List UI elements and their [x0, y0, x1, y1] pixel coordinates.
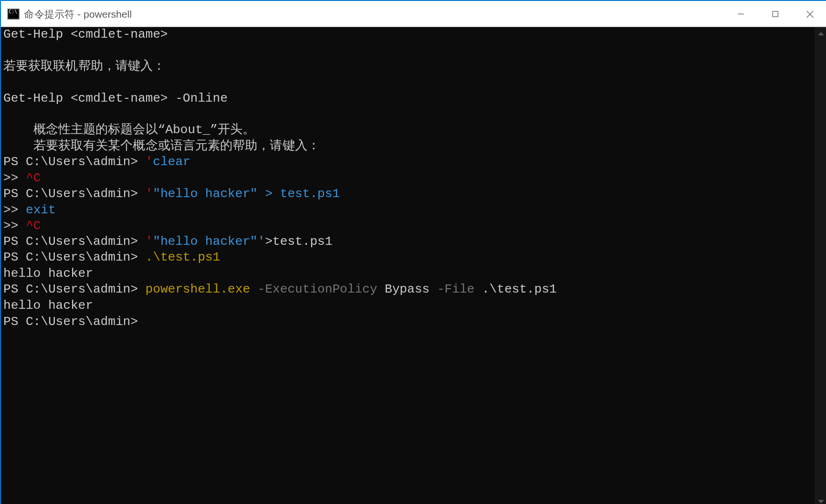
- terminal-segment: powershell.exe: [146, 283, 250, 296]
- terminal-line: [3, 75, 812, 91]
- titlebar[interactable]: 命令提示符 - powershell: [1, 1, 826, 27]
- terminal-line: PS C:\Users\admin>: [3, 314, 812, 330]
- terminal-line: 若要获取联机帮助，请键入：: [3, 59, 812, 74]
- cmd-icon: [8, 9, 20, 19]
- window-controls: [724, 1, 826, 27]
- terminal-segment: -ExecutionPolicy: [258, 283, 378, 296]
- close-icon: [806, 10, 814, 18]
- terminal-line: hello hacker: [3, 266, 812, 282]
- terminal-segment: ': [146, 187, 153, 201]
- terminal-line: >> exit: [3, 202, 812, 218]
- terminal-line: Get-Help <cmdlet-name>: [3, 27, 812, 43]
- terminal-segment: >>: [3, 219, 26, 233]
- scrollbar[interactable]: [815, 27, 826, 504]
- chevron-up-icon: [818, 32, 824, 35]
- terminal-line: PS C:\Users\admin> '"hello hacker"'>test…: [3, 234, 812, 250]
- terminal-segment: >>: [3, 171, 26, 185]
- terminal-segment: PS C:\Users\admin>: [3, 283, 146, 296]
- terminal-line: >> ^C: [3, 170, 812, 186]
- chevron-down-icon: [818, 500, 824, 503]
- terminal-line: [3, 107, 812, 123]
- terminal-line: hello hacker: [3, 298, 812, 314]
- terminal-segment: Get-Help <cmdlet-name> -Online: [3, 92, 228, 105]
- close-button[interactable]: [793, 1, 826, 27]
- terminal-segment: clear: [153, 155, 190, 169]
- minimize-button[interactable]: [724, 1, 758, 27]
- terminal-segment: hello hacker: [3, 267, 93, 281]
- terminal-segment: 若要获取联机帮助，请键入：: [3, 60, 165, 74]
- terminal-line: Get-Help <cmdlet-name> -Online: [3, 91, 812, 106]
- svg-rect-1: [773, 11, 778, 17]
- maximize-icon: [772, 10, 779, 18]
- terminal-line: 概念性主题的标题会以“About_”开头。: [3, 123, 812, 138]
- terminal-segment: ^C: [26, 171, 41, 185]
- terminal-segment: "hello hacker"': [153, 235, 265, 249]
- terminal-line: 若要获取有关某个概念或语言元素的帮助，请键入：: [3, 138, 812, 154]
- terminal-segment: -File: [437, 283, 474, 296]
- terminal-segment: PS C:\Users\admin>: [3, 235, 146, 249]
- terminal-line: PS C:\Users\admin> 'clear: [3, 155, 812, 170]
- terminal-line: PS C:\Users\admin> .\test.ps1: [3, 250, 812, 266]
- terminal-segment: >: [265, 235, 273, 249]
- terminal-segment: "hello hacker" > test.ps1: [153, 187, 340, 201]
- terminal-segment: PS C:\Users\admin>: [3, 155, 146, 169]
- scroll-up-button[interactable]: [815, 27, 826, 40]
- terminal-segment: ^C: [26, 219, 41, 233]
- terminal-line: >> ^C: [3, 218, 812, 234]
- terminal-segment: ': [146, 235, 153, 249]
- minimize-icon: [737, 10, 744, 18]
- console-area: Get-Help <cmdlet-name> 若要获取联机帮助，请键入： Get…: [1, 27, 826, 504]
- terminal-segment: PS C:\Users\admin>: [3, 315, 138, 328]
- terminal-output[interactable]: Get-Help <cmdlet-name> 若要获取联机帮助，请键入： Get…: [1, 27, 815, 504]
- terminal-segment: exit: [26, 203, 56, 217]
- terminal-segment: Bypass: [377, 283, 437, 296]
- terminal-segment: 概念性主题的标题会以“About_”开头。: [3, 123, 255, 137]
- terminal-line: PS C:\Users\admin> '"hello hacker" > tes…: [3, 187, 812, 202]
- terminal-segment: .\test.ps1: [146, 251, 221, 265]
- terminal-line: PS C:\Users\admin> powershell.exe -Execu…: [3, 282, 812, 298]
- terminal-segment: Get-Help <cmdlet-name>: [3, 28, 168, 42]
- terminal-segment: ': [146, 155, 153, 169]
- terminal-segment: PS C:\Users\admin>: [3, 251, 146, 265]
- maximize-button[interactable]: [758, 1, 793, 27]
- terminal-segment: test.ps1: [273, 235, 332, 249]
- terminal-segment: PS C:\Users\admin>: [3, 187, 146, 201]
- terminal-segment: hello hacker: [3, 299, 93, 313]
- terminal-segment: >>: [3, 203, 26, 217]
- window-title: 命令提示符 - powershell: [24, 7, 723, 21]
- terminal-segment: 若要获取有关某个概念或语言元素的帮助，请键入：: [3, 139, 320, 153]
- terminal-segment: .\test.ps1: [475, 283, 557, 296]
- terminal-segment: [250, 283, 258, 296]
- terminal-line: [3, 43, 812, 59]
- scroll-down-button[interactable]: [815, 495, 826, 504]
- window: 命令提示符 - powershell Get-Help <cmdlet-name…: [1, 1, 826, 504]
